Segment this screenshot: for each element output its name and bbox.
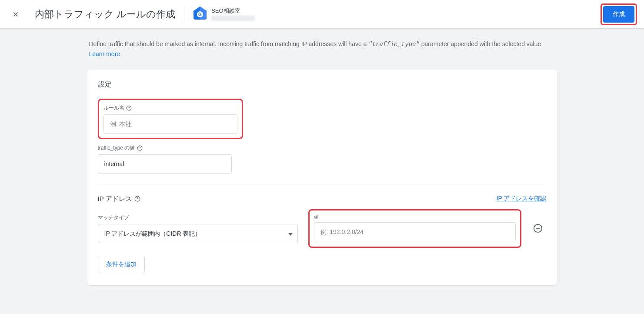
- value-highlight: 値: [308, 209, 521, 248]
- settings-card: 設定 ルール名 traffic_type の値: [87, 70, 557, 285]
- match-type-group: マッチタイプ IP アドレスが範囲内（CIDR 表記）: [98, 214, 298, 243]
- traffic-type-label: traffic_type の値: [98, 144, 547, 152]
- help-icon[interactable]: [126, 105, 132, 111]
- page-title: 内部トラフィック ルールの作成: [35, 8, 175, 21]
- ip-value-input[interactable]: [314, 222, 516, 241]
- desc-part1: Define traffic that should be marked as …: [89, 40, 369, 47]
- value-group: 値: [308, 209, 521, 248]
- ip-condition-row: マッチタイプ IP アドレスが範囲内（CIDR 表記） 値: [98, 209, 547, 248]
- page-header: 内部トラフィック ルールの作成 G SEO相談室 作成: [0, 0, 644, 29]
- learn-more-link[interactable]: Learn more: [89, 50, 120, 57]
- description-text: Define traffic that should be marked as …: [87, 39, 557, 59]
- rule-name-label-text: ルール名: [103, 104, 124, 112]
- property-name: SEO相談室: [211, 7, 255, 15]
- rule-name-highlight: ルール名: [98, 99, 243, 139]
- remove-circle-icon: [533, 224, 543, 233]
- match-type-select[interactable]: IP アドレスが範囲内（CIDR 表記）: [98, 224, 298, 243]
- traffic-type-input[interactable]: [98, 154, 232, 174]
- value-label: 値: [314, 214, 516, 220]
- help-icon[interactable]: [137, 145, 143, 151]
- settings-title: 設定: [98, 80, 547, 89]
- property-info: SEO相談室: [211, 7, 255, 21]
- section-divider: [98, 184, 547, 184]
- desc-part2: parameter appended with the selected val…: [420, 40, 543, 47]
- header-divider: [184, 7, 184, 22]
- property-subtext: [211, 16, 255, 21]
- help-icon[interactable]: [134, 196, 140, 202]
- rule-name-input[interactable]: [103, 114, 237, 134]
- check-ip-link[interactable]: IP アドレスを確認: [497, 195, 547, 203]
- desc-code: "traffic_type": [368, 41, 420, 48]
- rule-name-label: ルール名: [103, 104, 237, 112]
- traffic-type-group: traffic_type の値: [98, 144, 547, 174]
- close-icon: [12, 10, 20, 18]
- match-type-label: マッチタイプ: [98, 214, 298, 221]
- main-container: Define traffic that should be marked as …: [87, 29, 557, 303]
- gtag-icon: G: [193, 7, 207, 22]
- create-button-highlight: 作成: [601, 3, 637, 25]
- traffic-type-label-text: traffic_type の値: [98, 144, 135, 152]
- add-condition-button[interactable]: 条件を追加: [98, 256, 145, 273]
- create-button[interactable]: 作成: [603, 6, 634, 23]
- svg-text:G: G: [198, 12, 202, 17]
- close-button[interactable]: [7, 6, 24, 23]
- ip-title-text: IP アドレス: [98, 195, 132, 203]
- ip-section-header: IP アドレス IP アドレスを確認: [98, 195, 547, 203]
- remove-condition-button[interactable]: [529, 220, 547, 237]
- rule-name-group: ルール名: [103, 104, 237, 134]
- ip-section-title: IP アドレス: [98, 195, 140, 203]
